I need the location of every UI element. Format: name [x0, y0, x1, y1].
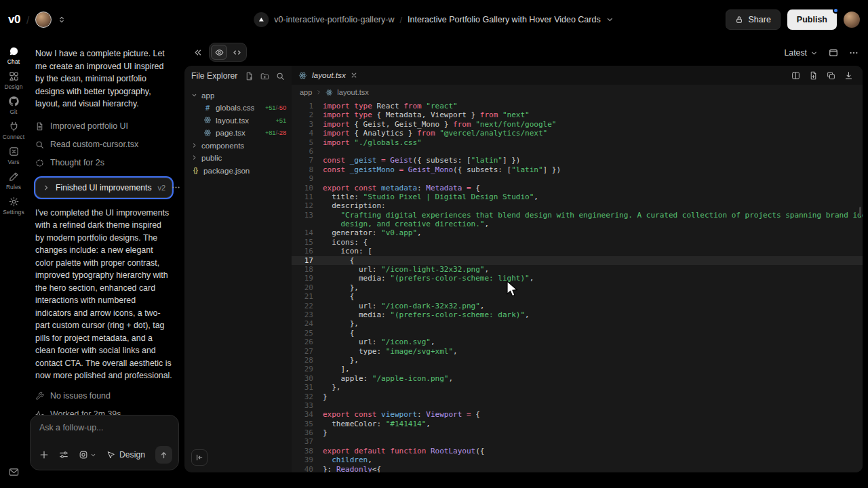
code-line-16[interactable]: 16 icon: [ — [292, 247, 863, 256]
code-line-5[interactable]: 5import "./globals.css" — [292, 138, 863, 147]
code-line-12[interactable]: 12 description: — [292, 201, 863, 210]
rail-item-vars[interactable]: Vars — [0, 146, 27, 165]
code-line-29[interactable]: 29 ], — [292, 365, 863, 373]
ellipsis-icon[interactable] — [172, 183, 180, 192]
copy-icon[interactable] — [827, 71, 835, 80]
file-package-json[interactable]: {}package.json — [184, 164, 292, 177]
collapse-explorer-button[interactable] — [191, 449, 208, 466]
code-line-6[interactable]: 6 — [292, 147, 863, 156]
code-line-33[interactable]: 33 — [292, 401, 863, 410]
file-page-tsx[interactable]: page.tsx+81/-28 — [184, 127, 292, 140]
avatar[interactable] — [844, 12, 860, 28]
follow-up-input[interactable] — [39, 423, 170, 432]
file-public[interactable]: public — [184, 152, 292, 165]
ellipsis-icon[interactable] — [849, 48, 859, 58]
mail-button[interactable] — [0, 467, 27, 477]
share-button[interactable]: Share — [726, 9, 780, 30]
close-icon[interactable] — [351, 72, 357, 79]
code-line-17[interactable]: 17 { — [292, 256, 863, 265]
code-line-23[interactable]: 23 media: "(prefers-color-scheme: dark)"… — [292, 310, 863, 319]
file-components[interactable]: components — [184, 139, 292, 152]
publish-button[interactable]: Publish — [787, 9, 837, 30]
collapse-chat-button[interactable] — [190, 45, 205, 60]
status-no-issues-found[interactable]: No issues found — [35, 387, 172, 405]
code-line-11[interactable]: 11 title: "Studio Pixel | Digital Design… — [292, 192, 863, 201]
preview-toggle-button[interactable] — [211, 45, 227, 60]
code-line-1[interactable]: 1import type React from "react" — [292, 102, 863, 110]
file-up-icon[interactable] — [809, 71, 818, 80]
code-line-25[interactable]: 25 { — [292, 329, 863, 338]
code-line-32[interactable]: 32} — [292, 392, 863, 401]
code-line-3[interactable]: 3import { Geist, Geist_Mono } from "next… — [292, 120, 863, 129]
task-card-finished-ui-improvements[interactable]: Finished UI improvements v2 — [35, 178, 172, 198]
model-selector[interactable] — [79, 450, 96, 460]
tab-layout-tsx[interactable]: layout.tsx — [292, 66, 366, 85]
code-line-13[interactable]: 13 "Crafting digital experiences that bl… — [292, 211, 863, 220]
chevron-up-down-icon[interactable] — [58, 15, 66, 24]
scrollbar-thumb[interactable] — [859, 207, 861, 216]
file-layout-tsx[interactable]: layout.tsx+51 — [184, 114, 292, 127]
new-file-icon[interactable] — [245, 72, 254, 81]
breadcrumb-file[interactable]: layout.tsx — [337, 88, 368, 96]
rail-item-rules[interactable]: Rules — [0, 171, 27, 190]
publish-label: Publish — [797, 15, 827, 24]
code-line-36[interactable]: 36} — [292, 428, 863, 437]
rail-item-design[interactable]: Design — [0, 71, 27, 90]
code-line-31[interactable]: 31 }, — [292, 383, 863, 392]
code-line-19[interactable]: 19 media: "(prefers-color-scheme: light)… — [292, 274, 863, 283]
code-line-26[interactable]: 26 url: "/icon.svg", — [292, 338, 863, 346]
code-line-38[interactable]: 38export default function RootLayout({ — [292, 447, 863, 455]
code-line-37[interactable]: 37 — [292, 437, 863, 446]
code-line-21[interactable]: 21 { — [292, 292, 863, 301]
rail-item-git[interactable]: Git — [0, 96, 27, 115]
code-line-7[interactable]: 7const _geist = Geist({ subsets: ["latin… — [292, 156, 863, 165]
file-globals-css[interactable]: #globals.css+51/-50 — [184, 102, 292, 115]
browser-window-icon[interactable] — [829, 48, 838, 58]
code-line-22[interactable]: 22 url: "/icon-dark-32x32.png", — [292, 302, 863, 310]
rail-item-settings[interactable]: Settings — [0, 197, 27, 216]
code-line-15[interactable]: 15 icons: { — [292, 238, 863, 247]
rail-item-connect[interactable]: Connect — [0, 121, 27, 140]
code-toggle-button[interactable] — [229, 45, 245, 60]
follow-up-composer[interactable]: Design — [30, 415, 179, 470]
plus-icon[interactable] — [39, 450, 49, 460]
code-line-28[interactable]: 28 }, — [292, 356, 863, 365]
download-icon[interactable] — [844, 71, 853, 80]
code-line-34[interactable]: 34export const viewport: Viewport = { — [292, 410, 863, 419]
code-line-wrap[interactable]: design, and creative direction.", — [292, 220, 863, 228]
code-line-2[interactable]: 2import type { Metadata, Viewport } from… — [292, 110, 863, 119]
code-line-18[interactable]: 18 url: "/icon-light-32x32.png", — [292, 265, 863, 274]
split-icon[interactable] — [791, 71, 800, 80]
breadcrumb-project[interactable]: v0-interactive-portfolio-gallery-w — [274, 15, 394, 24]
lock-icon — [735, 16, 743, 24]
chat-step-read-custom-cursor-tsx[interactable]: Read custom-cursor.tsx — [35, 136, 172, 154]
vercel-triangle-icon[interactable] — [254, 12, 269, 27]
code-line-20[interactable]: 20 }, — [292, 283, 863, 292]
rail-item-chat[interactable]: Chat — [0, 46, 27, 65]
code-line-8[interactable]: 8const _geistMono = Geist_Mono({ subsets… — [292, 165, 863, 174]
file-app[interactable]: app — [184, 89, 292, 102]
design-mode-button[interactable]: Design — [106, 450, 145, 460]
new-folder-icon[interactable] — [260, 72, 269, 81]
chat-step-improved-portfolio-ui[interactable]: Improved portfolio UI — [35, 117, 172, 136]
avatar[interactable] — [35, 12, 52, 28]
code-line-9[interactable]: 9 — [292, 174, 863, 183]
code-line-35[interactable]: 35 themeColor: "#141414", — [292, 420, 863, 428]
breadcrumb-app[interactable]: app — [300, 88, 312, 96]
code-line-40[interactable]: 40}: Readonly<{ — [292, 465, 863, 472]
code-line-14[interactable]: 14 generator: "v0.app", — [292, 228, 863, 237]
search-icon[interactable] — [276, 72, 285, 81]
code-line-27[interactable]: 27 type: "image/svg+xml", — [292, 347, 863, 356]
sliders-icon[interactable] — [59, 450, 68, 460]
send-button[interactable] — [155, 446, 172, 464]
code-line-39[interactable]: 39 children, — [292, 455, 863, 464]
code-line-4[interactable]: 4import { Analytics } from "@vercel/anal… — [292, 129, 863, 138]
breadcrumb-chat-title[interactable]: Interactive Portfolio Gallery with Hover… — [408, 15, 601, 24]
code-line-24[interactable]: 24 }, — [292, 319, 863, 328]
version-dropdown[interactable]: Latest — [785, 48, 818, 58]
code-line-30[interactable]: 30 apple: "/apple-icon.png", — [292, 374, 863, 383]
chevron-down-icon[interactable] — [606, 16, 614, 24]
code-editor[interactable]: 1import type React from "react"2import t… — [292, 100, 863, 472]
code-line-10[interactable]: 10export const metadata: Metadata = { — [292, 184, 863, 192]
chat-step-thought-for-2s[interactable]: Thought for 2s — [35, 154, 172, 172]
